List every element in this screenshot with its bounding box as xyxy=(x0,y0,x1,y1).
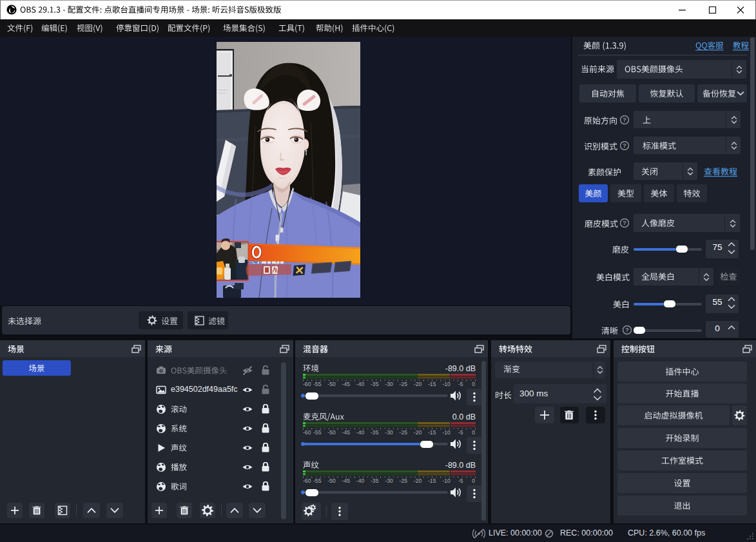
svg-text:-55: -55 xyxy=(313,429,322,436)
svg-text:-35: -35 xyxy=(371,478,379,484)
svg-text:-60: -60 xyxy=(303,381,311,387)
svg-text:-30: -30 xyxy=(385,429,393,436)
svg-text:-35: -35 xyxy=(371,381,379,387)
svg-text:-10: -10 xyxy=(442,429,451,436)
svg-text:-45: -45 xyxy=(342,429,351,436)
svg-text:-5: -5 xyxy=(458,429,463,436)
svg-text:-20: -20 xyxy=(414,478,422,484)
svg-text:-55: -55 xyxy=(313,478,322,484)
svg-text:-35: -35 xyxy=(371,429,379,436)
svg-text:-50: -50 xyxy=(327,478,336,484)
svg-text:-50: -50 xyxy=(327,381,336,387)
svg-text:-15: -15 xyxy=(428,478,436,484)
svg-text:-60: -60 xyxy=(303,429,311,436)
svg-text:-25: -25 xyxy=(400,429,408,436)
svg-text:-5: -5 xyxy=(458,381,463,387)
svg-text:-40: -40 xyxy=(356,429,365,436)
svg-text:-10: -10 xyxy=(442,381,451,387)
svg-text:0: 0 xyxy=(472,381,475,387)
svg-text:?: ? xyxy=(625,326,629,333)
svg-text:-50: -50 xyxy=(327,429,336,436)
svg-text:-30: -30 xyxy=(385,478,393,484)
svg-text:-45: -45 xyxy=(342,381,351,387)
svg-text:-10: -10 xyxy=(442,478,451,484)
svg-text:-30: -30 xyxy=(385,381,393,387)
svg-text:-20: -20 xyxy=(414,381,422,387)
svg-text:-20: -20 xyxy=(414,429,422,436)
svg-text:?: ? xyxy=(623,219,626,226)
svg-text:-15: -15 xyxy=(428,429,436,436)
svg-text:-40: -40 xyxy=(356,478,365,484)
svg-text:?: ? xyxy=(623,116,626,123)
svg-text:0: 0 xyxy=(472,478,475,484)
svg-text:-25: -25 xyxy=(400,381,408,387)
svg-text:-40: -40 xyxy=(356,381,365,387)
svg-text:-60: -60 xyxy=(303,478,311,484)
svg-text:0: 0 xyxy=(472,429,475,436)
svg-text:-5: -5 xyxy=(458,478,463,484)
svg-text:-55: -55 xyxy=(313,381,322,387)
svg-text:-45: -45 xyxy=(342,478,351,484)
svg-text:-15: -15 xyxy=(428,381,436,387)
svg-text:?: ? xyxy=(623,142,626,149)
svg-text:-25: -25 xyxy=(400,478,408,484)
